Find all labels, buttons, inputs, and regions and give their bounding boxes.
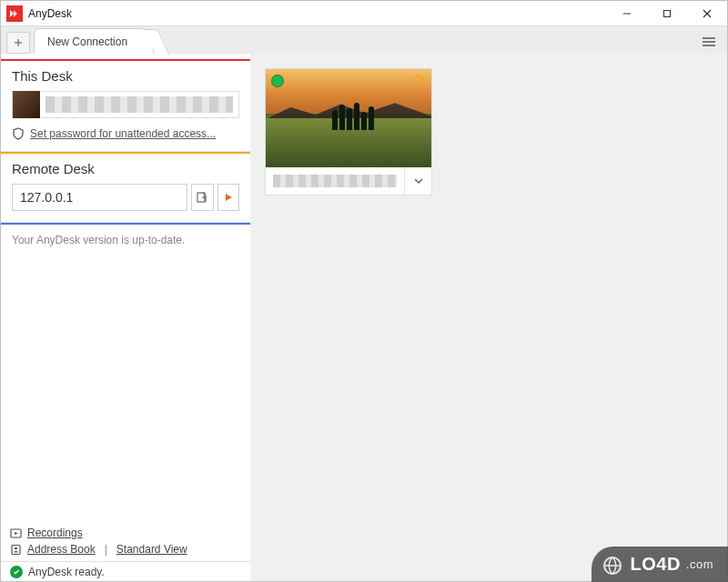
svg-marker-14	[15, 532, 18, 535]
svg-marker-17	[412, 74, 425, 85]
user-avatar	[13, 91, 40, 118]
connect-button[interactable]	[217, 184, 240, 211]
window-minimize-button[interactable]	[607, 1, 647, 26]
tab-new-connection[interactable]: New Connection	[34, 28, 154, 54]
standard-view-link[interactable]: Standard View	[116, 543, 187, 556]
favorite-star-icon[interactable]	[411, 73, 426, 90]
status-bar: AnyDesk ready.	[1, 561, 250, 581]
watermark: LO4D.com	[592, 547, 728, 582]
chevron-down-icon	[414, 178, 423, 184]
update-status: Your AnyDesk version is up-to-date.	[1, 225, 250, 256]
tab-label: New Connection	[47, 35, 127, 48]
status-text: AnyDesk ready.	[28, 566, 105, 578]
recent-session-card[interactable]	[265, 68, 432, 196]
shield-icon	[12, 127, 25, 140]
svg-marker-12	[226, 194, 232, 201]
svg-marker-0	[10, 10, 14, 17]
unattended-access-link[interactable]: Set password for unattended access...	[30, 127, 216, 140]
remote-desk-panel: Remote Desk	[1, 152, 250, 223]
this-desk-heading: This Desk	[12, 68, 239, 84]
session-thumbnail	[266, 69, 431, 167]
recordings-icon	[10, 527, 22, 539]
tab-bar: New Connection	[1, 26, 727, 54]
new-tab-button[interactable]	[6, 32, 30, 54]
svg-point-16	[15, 547, 17, 549]
watermark-brand: LO4D	[630, 554, 680, 575]
app-logo-icon	[6, 5, 23, 22]
svg-rect-3	[664, 10, 671, 16]
watermark-tld: .com	[686, 557, 713, 571]
remote-desk-heading: Remote Desk	[12, 161, 239, 176]
svg-marker-1	[14, 10, 17, 17]
online-indicator-icon	[271, 75, 284, 87]
watermark-globe-icon	[602, 556, 622, 576]
file-transfer-button[interactable]	[191, 184, 214, 211]
hamburger-menu-button[interactable]	[696, 30, 722, 54]
session-menu-button[interactable]	[404, 167, 431, 195]
address-book-icon	[10, 544, 22, 556]
recordings-link[interactable]: Recordings	[27, 527, 83, 539]
remote-address-input[interactable]	[12, 184, 187, 211]
this-desk-panel: This Desk Set password for unattended ac…	[1, 59, 250, 152]
window-maximize-button[interactable]	[647, 1, 687, 26]
session-label	[273, 175, 397, 187]
window-close-button[interactable]	[687, 1, 727, 26]
this-desk-address-value	[46, 96, 233, 113]
this-desk-address-field[interactable]	[12, 91, 239, 118]
app-title: AnyDesk	[28, 7, 72, 20]
titlebar: AnyDesk	[1, 1, 727, 26]
address-book-link[interactable]: Address Book	[27, 543, 96, 556]
status-ok-icon	[10, 566, 23, 578]
